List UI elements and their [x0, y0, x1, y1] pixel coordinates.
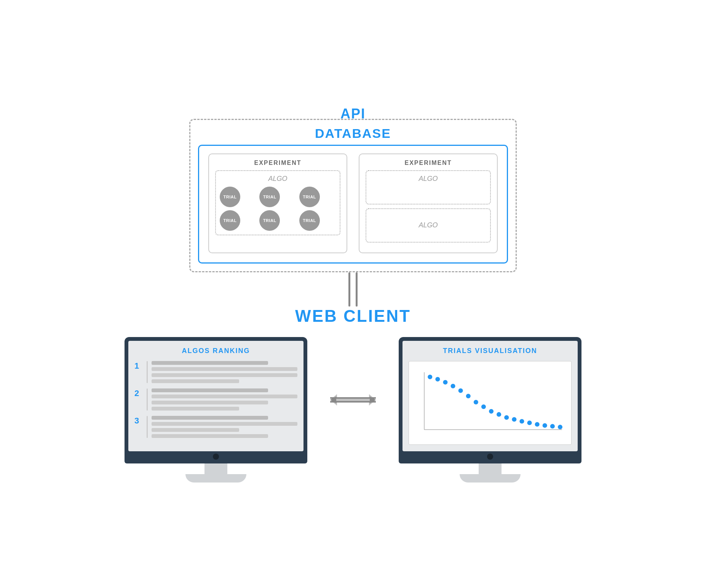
- trial-circle-2: TRIAL: [259, 187, 280, 207]
- svg-point-14: [481, 404, 486, 409]
- svg-point-24: [558, 425, 562, 429]
- algo-box-2-top: ALGO: [366, 170, 491, 205]
- vline-2: [356, 272, 358, 307]
- monitor-right: TRIALS VISUALISATION: [399, 337, 581, 483]
- trials-visualisation-title: TRIALS VISUALISATION: [409, 347, 572, 355]
- rank-divider-1: [147, 361, 148, 383]
- chart-svg: [413, 367, 566, 439]
- rank-line-2d: [152, 407, 239, 411]
- database-inner-box: EXPERIMENT ALGO TRIAL TRIAL TRIAL TRIAL …: [198, 145, 508, 264]
- monitor-right-base: [460, 474, 521, 483]
- monitor-right-neck: [479, 463, 502, 474]
- rank-number-3: 3: [134, 416, 143, 425]
- diagram-container: API DATABASE EXPERIMENT ALGO TRIAL TRIAL…: [125, 106, 581, 483]
- rank-line-3d: [152, 434, 268, 438]
- algo-2-top-label: ALGO: [370, 175, 486, 183]
- svg-point-10: [450, 383, 455, 388]
- rank-lines-1: [152, 361, 297, 383]
- svg-point-17: [504, 415, 509, 420]
- trial-circle-3: TRIAL: [299, 187, 320, 207]
- ranking-item-3: 3: [134, 416, 297, 438]
- svg-point-22: [543, 423, 547, 428]
- rank-line-1a: [152, 361, 268, 365]
- monitor-right-bezel: TRIALS VISUALISATION: [403, 341, 578, 451]
- trial-circle-6: TRIAL: [299, 210, 320, 231]
- trial-circle-5: TRIAL: [259, 210, 280, 231]
- svg-point-18: [512, 417, 516, 422]
- experiment-box-1: EXPERIMENT ALGO TRIAL TRIAL TRIAL TRIAL …: [208, 153, 347, 253]
- rank-line-3b: [152, 422, 297, 426]
- algo-2-bottom-label: ALGO: [418, 221, 438, 229]
- svg-point-8: [435, 377, 440, 381]
- svg-point-20: [527, 420, 532, 425]
- experiment-box-2: EXPERIMENT ALGO ALGO: [359, 153, 498, 253]
- rank-lines-3: [152, 416, 297, 438]
- rank-line-2a: [152, 388, 268, 392]
- monitors-row: ALGOS RANKING 1: [125, 337, 581, 483]
- svg-point-9: [443, 380, 447, 384]
- bidirectional-arrow: [330, 390, 376, 409]
- rank-line-3c: [152, 428, 239, 432]
- vertical-connector: [348, 272, 358, 307]
- rank-divider-2: [147, 388, 148, 411]
- trials-grid: TRIAL TRIAL TRIAL TRIAL TRIAL TRIAL: [220, 187, 336, 231]
- svg-point-16: [497, 412, 501, 417]
- rank-divider-3: [147, 416, 148, 438]
- rank-line-1d: [152, 379, 239, 383]
- svg-point-11: [458, 388, 463, 393]
- svg-point-21: [535, 422, 540, 427]
- monitor-left-dot: [213, 454, 219, 460]
- monitor-left: ALGOS RANKING 1: [125, 337, 307, 483]
- arrow-connector: [330, 390, 376, 409]
- svg-point-15: [489, 409, 494, 414]
- vline-1: [348, 272, 350, 307]
- web-client-label: WEB CLIENT: [295, 307, 411, 326]
- monitor-left-bezel: ALGOS RANKING 1: [128, 341, 303, 451]
- algo-box-2-bottom: ALGO: [366, 208, 491, 243]
- rank-line-1c: [152, 373, 297, 377]
- monitor-left-screen: ALGOS RANKING 1: [125, 337, 307, 463]
- svg-point-19: [519, 419, 524, 423]
- ranking-item-2: 2: [134, 388, 297, 411]
- experiment-1-label: EXPERIMENT: [215, 160, 340, 166]
- svg-point-12: [466, 393, 471, 398]
- chart-area: [409, 361, 572, 445]
- algo-1-label: ALGO: [220, 175, 336, 183]
- rank-line-2b: [152, 395, 297, 398]
- rank-lines-2: [152, 388, 297, 411]
- rank-line-2c: [152, 401, 268, 404]
- monitor-left-base: [185, 474, 246, 483]
- ranking-item-1: 1: [134, 361, 297, 383]
- svg-point-13: [474, 399, 478, 404]
- monitor-right-screen: TRIALS VISUALISATION: [399, 337, 581, 463]
- database-outer-box: DATABASE EXPERIMENT ALGO TRIAL TRIAL TRI…: [189, 119, 517, 272]
- monitor-right-dot: [487, 454, 493, 460]
- rank-line-3a: [152, 416, 268, 420]
- svg-point-7: [428, 374, 432, 379]
- monitor-left-neck: [204, 463, 227, 474]
- ranking-list: 1 2: [134, 361, 297, 438]
- svg-point-23: [550, 424, 555, 428]
- svg-marker-0: [330, 394, 376, 406]
- database-label: DATABASE: [198, 126, 508, 141]
- rank-line-1b: [152, 367, 297, 371]
- rank-number-2: 2: [134, 388, 143, 398]
- algo-box-1: ALGO TRIAL TRIAL TRIAL TRIAL TRIAL TRIAL: [215, 170, 340, 235]
- trial-circle-1: TRIAL: [220, 187, 240, 207]
- trial-circle-4: TRIAL: [220, 210, 240, 231]
- experiment-2-label: EXPERIMENT: [366, 160, 491, 166]
- rank-number-1: 1: [134, 361, 143, 370]
- algos-ranking-title: ALGOS RANKING: [134, 347, 297, 355]
